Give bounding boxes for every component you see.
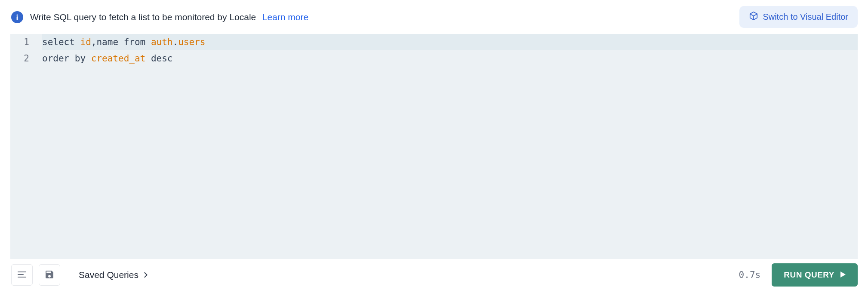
line-code[interactable]: select id,name from auth.users: [42, 34, 205, 50]
info-icon: [11, 11, 23, 23]
sql-editor[interactable]: 1select id,name from auth.users2order by…: [10, 34, 858, 259]
header-info-text: Write SQL query to fetch a list to be mo…: [30, 12, 256, 22]
save-icon: [44, 269, 55, 281]
svg-rect-1: [17, 16, 18, 20]
footer-left: Saved Queries: [11, 264, 149, 286]
run-query-button[interactable]: RUN QUERY: [772, 263, 858, 287]
line-number: 1: [10, 34, 42, 50]
switch-visual-editor-button[interactable]: Switch to Visual Editor: [739, 6, 858, 28]
run-query-label: RUN QUERY: [784, 270, 834, 280]
play-icon: [840, 270, 846, 280]
footer-right: 0.7s RUN QUERY: [739, 263, 858, 287]
svg-marker-5: [840, 271, 846, 278]
header-text-wrap: Write SQL query to fetch a list to be mo…: [30, 12, 308, 22]
align-left-icon: [17, 269, 27, 281]
saved-queries-button[interactable]: Saved Queries: [79, 270, 149, 280]
saved-queries-label: Saved Queries: [79, 270, 139, 280]
chevron-right-icon: [143, 270, 149, 280]
line-number: 2: [10, 50, 42, 67]
save-button[interactable]: [39, 264, 60, 286]
header-left: Write SQL query to fetch a list to be mo…: [11, 11, 308, 23]
cube-icon: [749, 11, 758, 23]
format-button[interactable]: [11, 264, 33, 286]
line-code[interactable]: order by created_at desc: [42, 50, 172, 67]
divider: [69, 266, 69, 284]
learn-more-link[interactable]: Learn more: [262, 12, 308, 22]
editor-line[interactable]: 1select id,name from auth.users: [10, 34, 858, 50]
query-timer: 0.7s: [739, 270, 761, 280]
switch-visual-editor-label: Switch to Visual Editor: [763, 12, 848, 22]
header-bar: Write SQL query to fetch a list to be mo…: [0, 0, 868, 34]
footer-bar: Saved Queries 0.7s RUN QUERY: [0, 259, 868, 291]
svg-point-0: [16, 14, 18, 15]
editor-line[interactable]: 2order by created_at desc: [10, 50, 858, 67]
